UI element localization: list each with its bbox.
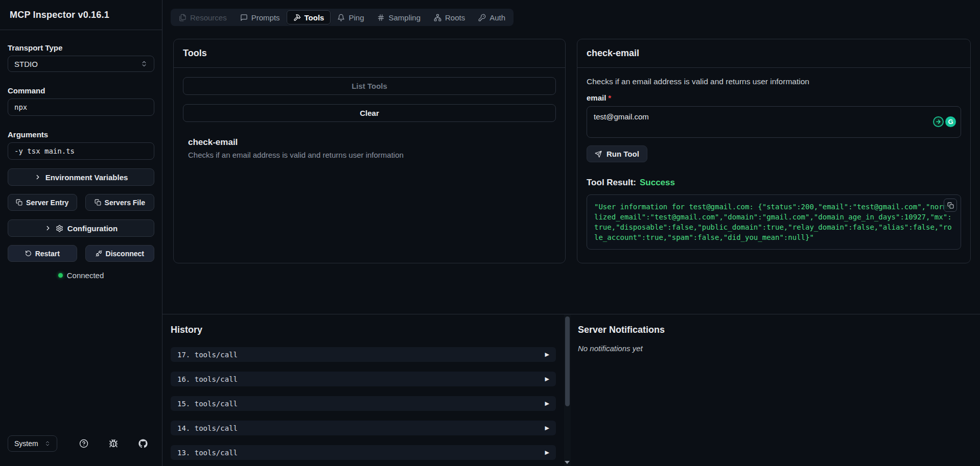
history-item-label: 15. tools/call (177, 400, 238, 408)
tool-list-item[interactable]: check-email Checks if an email address i… (183, 137, 556, 159)
server-notifications-panel: Server Notifications No notifications ye… (578, 314, 980, 466)
history-item-label: 16. tools/call (177, 375, 238, 383)
copy-result-button[interactable] (944, 199, 957, 212)
tool-description: Checks if an email address is valid and … (188, 151, 556, 159)
email-input[interactable]: test@gmail.com (587, 106, 961, 138)
history-item[interactable]: 17. tools/call ▶ (171, 347, 556, 362)
chevrons-up-down-icon (44, 440, 51, 447)
arguments-label: Arguments (8, 130, 154, 139)
disconnect-label: Disconnect (106, 250, 144, 258)
tab-label: Sampling (388, 13, 421, 22)
copy-icon (947, 202, 954, 209)
sidebar-header: MCP Inspector v0.16.1 (0, 0, 162, 30)
chevron-right-icon (44, 225, 52, 232)
transport-type-select[interactable]: STDIO (8, 56, 154, 72)
arguments-input[interactable] (8, 142, 154, 160)
server-entry-label: Server Entry (26, 199, 68, 207)
tab-ping[interactable]: Ping (331, 10, 370, 24)
history-item[interactable]: 15. tools/call ▶ (171, 396, 556, 411)
command-label: Command (8, 86, 154, 95)
tool-name: check-email (188, 137, 556, 148)
main-area: Resources Prompts Tools Ping Sampling Ro… (162, 0, 980, 466)
expand-icon: ▶ (545, 376, 549, 382)
connection-buttons: Restart Disconnect (8, 245, 154, 262)
connected-dot-icon (58, 273, 63, 278)
history-item[interactable]: 16. tools/call ▶ (171, 372, 556, 386)
tool-result-output: "User information for test@gmail.com: {"… (587, 194, 961, 250)
sidebar: MCP Inspector v0.16.1 Transport Type STD… (0, 0, 162, 466)
transport-type-label: Transport Type (8, 43, 154, 52)
browser-extension-icons: G (933, 116, 956, 127)
tab-roots[interactable]: Roots (427, 10, 472, 24)
tab-prompts[interactable]: Prompts (234, 10, 287, 24)
server-entry-button[interactable]: Server Entry (8, 194, 77, 211)
required-marker: * (608, 93, 611, 102)
clear-button[interactable]: Clear (183, 104, 556, 122)
servers-file-label: Servers File (105, 199, 145, 207)
theme-select-value: System (14, 439, 38, 448)
servers-file-button[interactable]: Servers File (85, 194, 155, 211)
extension-arrow-icon[interactable] (933, 116, 944, 127)
connection-status: Connected (8, 271, 154, 280)
copy-icon (95, 199, 101, 206)
tab-label: Auth (489, 13, 505, 22)
history-item[interactable]: 14. tools/call ▶ (171, 421, 556, 435)
tools-panel-header: Tools (174, 39, 565, 68)
transport-type-value: STDIO (14, 60, 38, 68)
server-notifications-title: Server Notifications (578, 325, 980, 335)
tool-result-status: Success (640, 178, 675, 188)
sidebar-footer: System (0, 426, 162, 466)
tool-result-line: Tool Result: Success (587, 178, 961, 188)
arrow-icon (936, 119, 941, 124)
history-scrollbar[interactable] (564, 314, 571, 466)
github-icon (138, 439, 148, 448)
tool-result-text: "User information for test@gmail.com: {"… (594, 202, 953, 242)
configuration-label: Configuration (67, 224, 118, 233)
disconnect-button[interactable]: Disconnect (85, 245, 155, 262)
server-config-buttons: Server Entry Servers File (8, 194, 154, 211)
detail-panel-body: Checks if an email address is valid and … (577, 68, 970, 263)
theme-select[interactable]: System (8, 435, 57, 452)
detail-tool-description: Checks if an email address is valid and … (587, 77, 961, 86)
restart-icon (25, 250, 32, 257)
history-item[interactable]: 13. tools/call ▶ (171, 445, 556, 460)
grammarly-icon[interactable]: G (945, 116, 956, 127)
tools-panel: Tools List Tools Clear check-email Check… (173, 39, 566, 263)
list-tools-button[interactable]: List Tools (183, 77, 556, 95)
detail-panel-header: check-email (577, 39, 970, 68)
tab-label: Tools (305, 13, 324, 22)
scrollbar-down-arrow-icon[interactable] (565, 461, 570, 464)
send-icon (595, 151, 602, 158)
run-tool-button[interactable]: Run Tool (587, 145, 647, 162)
debug-button[interactable] (109, 439, 118, 448)
help-button[interactable] (79, 439, 88, 448)
tab-label: Prompts (251, 13, 280, 22)
run-tool-label: Run Tool (606, 150, 639, 158)
detail-panel-title: check-email (587, 48, 639, 59)
configuration-button[interactable]: Configuration (8, 219, 154, 237)
bottom-section: History 17. tools/call ▶ 16. tools/call … (162, 314, 980, 466)
restart-button[interactable]: Restart (8, 245, 77, 262)
tab-auth[interactable]: Auth (472, 10, 512, 24)
sidebar-body: Transport Type STDIO Command Arguments E… (0, 30, 162, 280)
tab-bar: Resources Prompts Tools Ping Sampling Ro… (171, 9, 514, 26)
tab-tools[interactable]: Tools (287, 10, 331, 24)
history-list: 17. tools/call ▶ 16. tools/call ▶ 15. to… (171, 347, 556, 460)
github-button[interactable] (138, 439, 148, 448)
scrollbar-thumb[interactable] (565, 316, 570, 406)
help-icon (79, 439, 88, 448)
expand-icon: ▶ (545, 425, 549, 431)
email-field-row: email * (587, 93, 961, 102)
ping-icon (337, 14, 345, 21)
environment-variables-button[interactable]: Environment Variables (8, 168, 154, 186)
tools-icon (293, 14, 301, 21)
tab-sampling[interactable]: Sampling (370, 10, 427, 24)
gear-icon (56, 225, 63, 232)
email-field-label: email (587, 93, 606, 102)
auth-icon (478, 14, 486, 21)
copy-icon (16, 199, 22, 206)
resources-icon (179, 14, 186, 21)
command-input[interactable] (8, 99, 154, 116)
tab-resources: Resources (172, 10, 234, 24)
expand-icon: ▶ (545, 449, 549, 456)
